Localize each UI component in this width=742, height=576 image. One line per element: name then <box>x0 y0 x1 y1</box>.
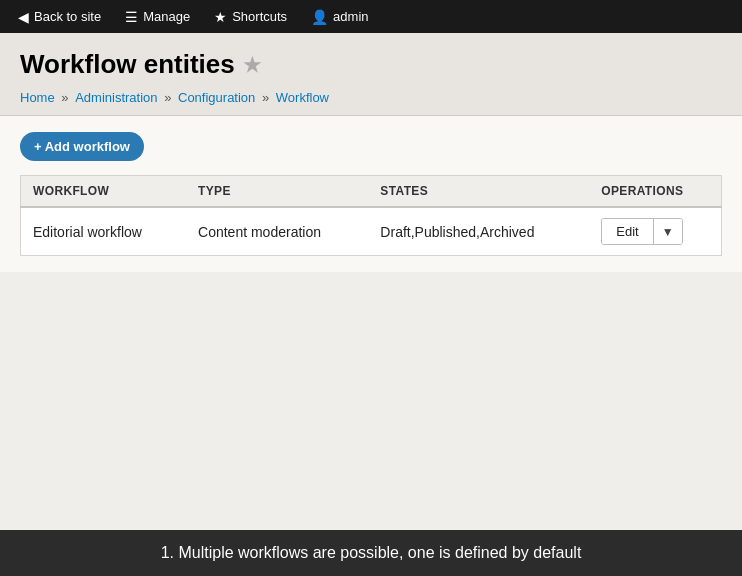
admin-label: admin <box>333 9 368 24</box>
footer-message: 1. Multiple workflows are possible, one … <box>161 544 582 561</box>
col-operations: OPERATIONS <box>589 176 721 208</box>
shortcuts-star-icon: ★ <box>214 9 227 25</box>
back-to-site-link[interactable]: ◀ Back to site <box>8 5 111 29</box>
shortcuts-label: Shortcuts <box>232 9 287 24</box>
table-row: Editorial workflow Content moderation Dr… <box>21 207 722 256</box>
col-workflow: WORKFLOW <box>21 176 187 208</box>
admin-link[interactable]: 👤 admin <box>301 5 378 29</box>
workflow-states: Draft,Published,Archived <box>368 207 589 256</box>
edit-dropdown-button[interactable]: ▼ <box>653 219 682 244</box>
manage-icon: ☰ <box>125 9 138 25</box>
shortcuts-link[interactable]: ★ Shortcuts <box>204 5 297 29</box>
breadcrumb-home-link[interactable]: Home <box>20 90 55 105</box>
top-navbar: ◀ Back to site ☰ Manage ★ Shortcuts 👤 ad… <box>0 0 742 33</box>
breadcrumb: Home » Administration » Configuration » … <box>20 90 722 105</box>
back-to-site-label: Back to site <box>34 9 101 24</box>
edit-button-group: Edit ▼ <box>601 218 682 245</box>
back-arrow-icon: ◀ <box>18 9 29 25</box>
col-type: TYPE <box>186 176 368 208</box>
main-content: + Add workflow WORKFLOW TYPE STATES OPER… <box>0 116 742 272</box>
favorite-star-icon[interactable]: ★ <box>243 53 261 77</box>
page-header: Workflow entities ★ Home » Administratio… <box>0 33 742 116</box>
user-icon: 👤 <box>311 9 328 25</box>
breadcrumb-administration-link[interactable]: Administration <box>75 90 157 105</box>
manage-link[interactable]: ☰ Manage <box>115 5 200 29</box>
workflow-name: Editorial workflow <box>21 207 187 256</box>
edit-button[interactable]: Edit <box>602 219 652 244</box>
breadcrumb-configuration-link[interactable]: Configuration <box>178 90 255 105</box>
footer-bar: 1. Multiple workflows are possible, one … <box>0 530 742 576</box>
manage-label: Manage <box>143 9 190 24</box>
workflow-operations: Edit ▼ <box>589 207 721 256</box>
page-title-text: Workflow entities <box>20 49 235 80</box>
breadcrumb-workflow-link[interactable]: Workflow <box>276 90 329 105</box>
page-title: Workflow entities ★ <box>20 49 722 80</box>
workflow-table: WORKFLOW TYPE STATES OPERATIONS Editoria… <box>20 175 722 256</box>
table-header-row: WORKFLOW TYPE STATES OPERATIONS <box>21 176 722 208</box>
col-states: STATES <box>368 176 589 208</box>
workflow-type: Content moderation <box>186 207 368 256</box>
add-workflow-button[interactable]: + Add workflow <box>20 132 144 161</box>
